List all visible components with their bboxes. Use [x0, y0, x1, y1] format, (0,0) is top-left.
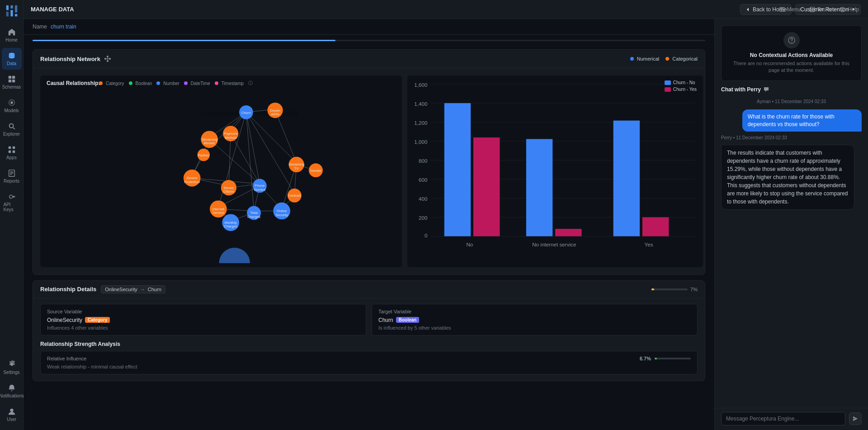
network-svg[interactable]: Churn Phone Service Online Security Tota… — [40, 89, 402, 267]
chat-icon — [764, 87, 769, 92]
svg-point-74 — [791, 42, 792, 43]
svg-point-22 — [10, 409, 13, 412]
svg-rect-7 — [8, 76, 11, 79]
sidebar-item-apps[interactable]: Apps — [2, 142, 22, 164]
progress-fill — [33, 40, 335, 41]
app-title: MANAGE DATA — [31, 6, 74, 13]
node-device-label2: Protection — [184, 180, 200, 184]
source-tag: Category — [85, 317, 110, 323]
legend-timestamp: Timestamp — [215, 81, 244, 86]
legend-churn-yes: Churn - Yes — [665, 87, 697, 92]
source-var-name: OnlineSecurity — [47, 317, 82, 323]
y-label-1400: 1,400 — [414, 101, 428, 107]
causal-title: Causal Relationships — [47, 80, 101, 86]
bar-nis-churn-no — [526, 139, 552, 236]
svg-line-46 — [229, 133, 231, 186]
chat-send-button[interactable] — [849, 412, 862, 425]
svg-point-31 — [109, 58, 111, 60]
source-var-desc: Influences 4 other variables — [47, 325, 359, 331]
bar-nis-churn-yes — [555, 229, 581, 236]
sidebar-item-notifications[interactable]: Notifications — [2, 380, 22, 402]
chat-input-area — [715, 408, 868, 430]
sidebar-item-data[interactable]: Data — [2, 48, 22, 70]
name-bar: Name churn train — [24, 19, 714, 35]
progress-area — [24, 35, 714, 44]
help-button[interactable]: Help — [836, 5, 863, 14]
x-label-nis: No internet service — [532, 241, 576, 247]
chat-sender-bot: Perry • 11 December 2024 02:33 — [721, 135, 862, 140]
legend-boolean: Boolean — [129, 81, 152, 86]
sidebar-item-settings[interactable]: Settings — [2, 357, 22, 378]
svg-rect-15 — [8, 151, 10, 153]
svg-point-32 — [107, 60, 108, 62]
rel-prog-fill — [651, 288, 654, 290]
target-var-label: Target Variable — [378, 309, 691, 314]
svg-rect-16 — [12, 151, 14, 153]
sidebar-item-user[interactable]: User — [2, 404, 22, 425]
y-label-1200: 1,200 — [414, 120, 428, 126]
y-label-1600: 1,600 — [414, 82, 428, 88]
relationship-details-card: Relationship Details OnlineSecurity → Ch… — [33, 280, 705, 381]
name-value: churn train — [51, 24, 76, 30]
sidebar-item-api-keys[interactable]: API Keys — [2, 189, 22, 216]
svg-line-47 — [231, 133, 259, 184]
rel-prog-track — [651, 288, 688, 290]
source-variable-box: Source Variable OnlineSecurity Category … — [40, 304, 366, 335]
sidebar-item-reports[interactable]: Reports — [2, 165, 22, 187]
tasks-button[interactable]: Tasks — [806, 5, 835, 14]
network-icon — [104, 55, 111, 62]
topbar: MANAGE DATA Back to Home Customer Retent… — [24, 0, 868, 19]
bar-chart-svg: 1,600 1,400 1,200 1,000 800 600 400 200 … — [407, 76, 703, 267]
sidebar-item-schemas[interactable]: Schemas — [2, 71, 22, 93]
node-payment-label2: Method — [225, 136, 236, 140]
target-name-row: Churn Boolean — [378, 317, 691, 323]
rel-strength-desc: Weak relationship - minimal causal effec… — [47, 364, 691, 369]
svg-rect-14 — [12, 146, 14, 149]
node-monthly-label2: Charges — [224, 224, 237, 228]
node-senior-label2: Citizen — [223, 189, 234, 194]
chart-panel: Churn - No Churn - Yes 1,600 1,400 1,200… — [407, 76, 703, 267]
source-name-row: OnlineSecurity Category — [47, 317, 359, 323]
node-stream-m-label2: Movies — [204, 141, 215, 145]
sidebar-item-models[interactable]: Models — [2, 95, 22, 117]
bar-yes-churn-no — [613, 121, 639, 236]
x-label-no: No — [466, 241, 473, 247]
legend-numerical: Numerical — [630, 56, 660, 61]
node-phone-label2: Service — [254, 188, 266, 192]
svg-rect-4 — [15, 5, 17, 13]
node-total-label: Total — [250, 211, 258, 215]
chat-title-bar: Chat with Perry — [715, 81, 868, 95]
node-dep-label: Depen — [270, 109, 280, 113]
svg-rect-25 — [779, 11, 785, 12]
churn-no-swatch — [665, 80, 671, 85]
menu-button[interactable]: Menu — [776, 5, 804, 14]
sidebar: Home Data Schemas Models Explorer Apps R… — [0, 0, 24, 430]
sidebar-item-home[interactable]: Home — [2, 24, 22, 46]
node-online-label2: Security — [275, 213, 288, 217]
chat-bubble-user: What is the churn rate for those with de… — [742, 109, 862, 132]
legend-number: Number — [156, 81, 179, 86]
node-internet-label: Internet — [212, 207, 225, 211]
sidebar-item-explorer[interactable]: Explorer — [2, 118, 22, 140]
svg-rect-1 — [6, 12, 8, 17]
section-header: Relationship Network Numerical Categoric… — [33, 50, 705, 68]
chart-legend: Churn - No Churn - Yes — [665, 80, 697, 92]
causal-legend: Category Boolean Number DateTime Timesta… — [99, 80, 253, 86]
svg-line-39 — [246, 112, 296, 162]
svg-point-11 — [10, 101, 13, 104]
rel-strength-title: Relationship Strength Analysis — [40, 341, 698, 347]
node-phone-label: Phone — [255, 184, 264, 188]
target-var-desc: Is influenced by 5 other variables — [378, 325, 691, 331]
node-total-label2: Charges — [247, 215, 260, 219]
legend-churn-no: Churn - No — [665, 80, 697, 85]
str-prog-fill — [655, 358, 657, 359]
node-partner-label: Partner — [198, 153, 210, 157]
chat-bubble-bot: The results indicate that customers with… — [721, 145, 854, 210]
rel-details-header: Relationship Details OnlineSecurity → Ch… — [33, 281, 705, 298]
info-icon[interactable]: ⓘ — [248, 80, 253, 86]
chat-input[interactable] — [721, 412, 845, 425]
section-title: Relationship Network — [40, 55, 111, 62]
target-variable-box: Target Variable Churn Boolean Is influen… — [372, 304, 698, 335]
x-label-yes: Yes — [644, 241, 653, 247]
right-panel: No Contextual Actions Available There ar… — [714, 0, 868, 430]
